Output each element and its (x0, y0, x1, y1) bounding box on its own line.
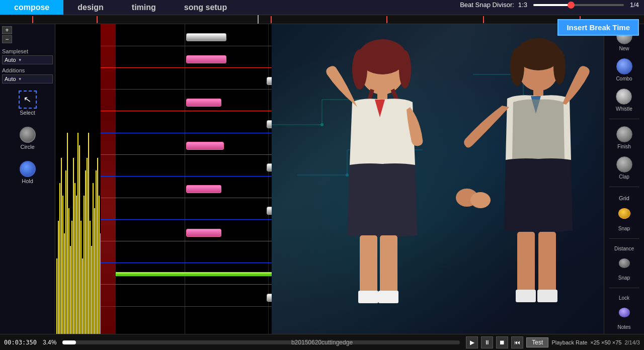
panel-divider (609, 288, 639, 288)
progress-percentage: 3.4% (43, 339, 56, 346)
wave-bar (91, 246, 92, 334)
combo-label: Combo (616, 76, 632, 81)
beat-snap-label: Beat Snap Divisor: (460, 1, 514, 9)
distance-label: Distance (614, 246, 634, 251)
hit-note-pink[interactable] (186, 55, 226, 63)
wave-bar (73, 158, 74, 334)
sampleset-select[interactable]: Auto ▼ (2, 55, 53, 64)
wave-bar (61, 158, 62, 334)
lock-icon[interactable] (619, 308, 630, 317)
svg-rect-28 (537, 290, 557, 302)
tool-select[interactable]: ↖ Select (2, 91, 53, 116)
svg-rect-19 (378, 291, 398, 303)
song-title: b20150620cuttingedge (291, 339, 353, 346)
cursor-icon: ↖ (23, 94, 32, 106)
hit-note[interactable] (186, 33, 226, 41)
tool-hold[interactable]: Hold (2, 161, 53, 184)
hit-note-pink[interactable] (186, 185, 221, 193)
timeline-marker (483, 16, 484, 23)
anime-background (272, 24, 604, 334)
timeline-marker (32, 16, 33, 23)
grid-label: Grid (619, 195, 629, 201)
whistle-icon (616, 89, 632, 105)
beat-snap-slider-fill (533, 4, 570, 6)
time-display: 00:03:350 (4, 339, 37, 346)
characters-svg (272, 24, 604, 334)
hold-icon (20, 161, 36, 177)
wave-bar (71, 221, 72, 334)
insert-break-button[interactable]: Insert Break Time (557, 19, 639, 36)
additions-row: Additions Auto ▼ (2, 67, 53, 83)
hit-note-pink[interactable] (186, 99, 221, 107)
svg-point-30 (470, 192, 491, 208)
snap-label: Snap (618, 226, 630, 231)
tab-timing[interactable]: timing (118, 0, 170, 15)
wave-bar (96, 170, 97, 334)
wave-bar (94, 208, 95, 334)
wave-bar (77, 133, 78, 334)
tool-clap[interactable]: Clap (616, 156, 632, 180)
sampleset-row: Sampleset Auto ▼ (2, 48, 53, 64)
wave-bar (64, 233, 65, 334)
waveform-panel (55, 24, 101, 334)
timeline-bar[interactable] (0, 15, 644, 24)
transport-controls: ▶ ⏸ ⏹ ⏮ Test Playback Rate ×25 ×50 ×75 2… (466, 336, 640, 348)
tool-combo[interactable]: Combo (616, 58, 632, 81)
lock-label: Lock (619, 295, 629, 301)
test-button[interactable]: Test (526, 337, 548, 347)
additions-value: Auto (5, 76, 16, 82)
timeline-playhead (258, 15, 259, 24)
tab-song-setup[interactable]: song setup (170, 0, 241, 15)
svg-rect-27 (516, 290, 536, 302)
tool-circle[interactable]: Circle (2, 127, 53, 150)
wave-bar (87, 158, 88, 334)
minus-button[interactable]: − (2, 35, 12, 43)
wave-bar (58, 221, 59, 334)
wave-bar (93, 183, 94, 334)
tool-whistle[interactable]: Whistle (616, 89, 632, 112)
progress-bar-fill (62, 340, 76, 344)
tab-compose[interactable]: compose (0, 0, 63, 15)
grid-icon[interactable] (618, 208, 630, 219)
timeline-marker (271, 16, 272, 23)
wave-bar (74, 183, 75, 334)
prev-button[interactable]: ⏮ (511, 336, 523, 348)
wave-bar (68, 208, 69, 334)
wave-bar (76, 196, 77, 334)
hit-note-pink[interactable] (186, 142, 224, 150)
beat-snap-thumb[interactable] (568, 2, 575, 9)
play-button[interactable]: ▶ (466, 336, 478, 348)
playback-rate-values[interactable]: ×25 ×50 ×75 (590, 339, 621, 345)
wave-bar (88, 133, 89, 334)
additions-arrow: ▼ (18, 77, 22, 81)
hold-label: Hold (22, 178, 33, 184)
svg-point-14 (399, 50, 411, 89)
wave-bar (80, 221, 82, 334)
stop-button[interactable]: ⏹ (496, 336, 508, 348)
playback-rate-label: Playback Rate (551, 339, 587, 345)
timeline-marker (386, 16, 387, 23)
circle-icon (20, 127, 36, 143)
wave-bar (67, 133, 68, 334)
add-button[interactable]: + (2, 26, 12, 34)
tab-design[interactable]: design (63, 0, 118, 15)
pause-button[interactable]: ⏸ (481, 336, 493, 348)
progress-bar[interactable] (62, 340, 460, 344)
snap2-label: Snap (618, 275, 630, 281)
tool-finish[interactable]: Finish (616, 126, 632, 149)
top-nav: compose design timing song setup Beat Sn… (0, 0, 644, 15)
svg-rect-26 (538, 232, 556, 300)
additions-select[interactable]: Auto ▼ (2, 74, 53, 83)
hit-note-pink[interactable] (186, 229, 221, 237)
beat-snap-slider[interactable] (533, 4, 624, 6)
corner-info: 2/14/3 (624, 339, 640, 345)
additions-label: Additions (2, 67, 53, 73)
sampleset-value: Auto (5, 57, 16, 63)
sampleset-label: Sampleset (2, 48, 53, 54)
panel-divider (609, 187, 639, 187)
distance-icon[interactable] (619, 258, 630, 268)
notes-label: Notes (617, 324, 630, 330)
wave-bar (70, 246, 71, 334)
beat-snap-area: Beat Snap Divisor: 1:3 1/4 (460, 1, 639, 9)
combo-icon (616, 58, 632, 74)
